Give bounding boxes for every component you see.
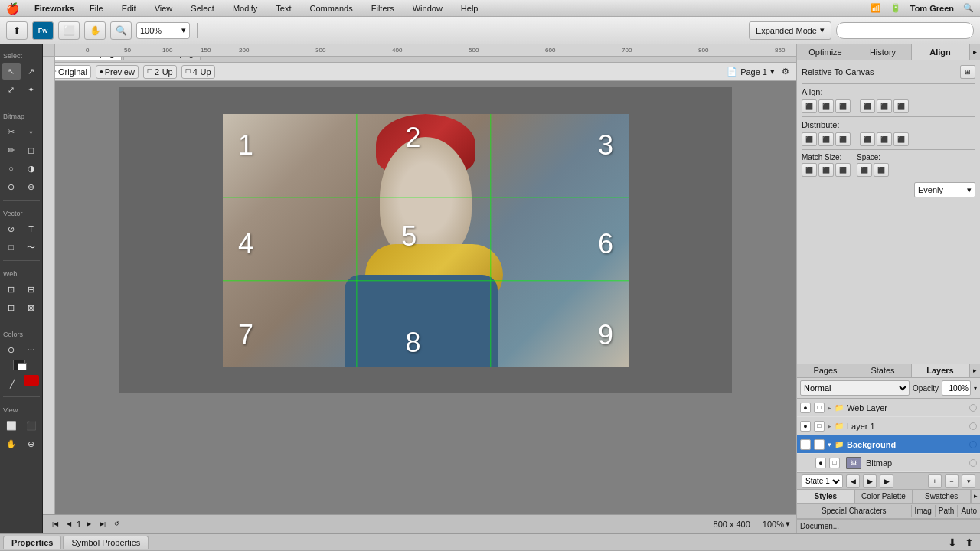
zoom-view-btn[interactable]: ⊕ [22,435,41,452]
first-page-btn[interactable]: |◀ [49,518,61,530]
align-bottom-btn[interactable]: ⬛ [893,99,909,113]
layer-expand-layer1[interactable]: ▸ [828,422,831,430]
transform-tool-btn[interactable]: ✦ [22,81,41,98]
menu-commands[interactable]: Commands [307,4,356,13]
layer-eye-bitmap[interactable]: ● [815,458,826,468]
search-icon[interactable]: 🔍 [963,3,974,13]
tab-history[interactable]: History [854,44,912,60]
expanded-mode-button[interactable]: Expanded Mode ▾ [749,21,831,40]
layer-row-layer1[interactable]: ● □ ▸ 📁 Layer 1 [797,417,980,435]
tab-pages[interactable]: Pages [797,364,854,377]
dist-left-btn[interactable]: ⬛ [802,132,817,146]
align-center-h-btn[interactable]: ⬛ [818,99,834,113]
freeform-btn[interactable]: 〜 [22,239,41,256]
subselect-tool-btn[interactable]: ↗ [22,63,41,80]
special-chars-btn[interactable]: Special Characters [797,505,912,517]
brush-tool-btn[interactable]: ✏ [2,142,21,158]
tab-color-palette[interactable]: Color Palette [855,490,913,503]
state-select[interactable]: State 1 [802,474,843,488]
space-h-btn[interactable]: ⬛ [857,163,872,177]
tab-layers[interactable]: Layers [912,364,969,377]
layer-row-background[interactable]: ● □ ▾ 📁 Background [797,435,980,454]
dist-right-btn[interactable]: ⬛ [835,132,851,146]
align-top-btn[interactable]: ⬛ [860,99,875,113]
layer-eye-background[interactable]: ● [800,439,811,450]
pointer-tool-btn[interactable]: ↖ [2,63,21,80]
space-v-btn[interactable]: ⬛ [874,163,889,177]
menu-view[interactable]: View [152,4,176,13]
hand-view-btn[interactable]: ✋ [2,435,21,452]
menu-edit[interactable]: Edit [119,4,139,13]
apple-menu[interactable]: 🍎 [6,2,19,15]
layer-expand-web[interactable]: ▸ [828,404,831,412]
layer-row-web[interactable]: ● □ ▸ 📁 Web Layer [797,399,980,417]
tab-swatches[interactable]: Swatches [913,490,971,503]
zoom-box[interactable]: 100% ▾ [136,22,190,39]
marquee-tool[interactable]: ⬜ [58,21,80,40]
dist-bottom-btn[interactable]: ⬛ [893,132,909,146]
hand-tool[interactable]: ✋ [84,21,106,40]
tab-optimize[interactable]: Optimize [797,44,854,60]
props-expand-btn[interactable]: ⬆ [962,536,977,549]
state-menu-btn[interactable]: ▾ [962,474,975,488]
menu-window[interactable]: Window [410,4,446,13]
scale-tool-btn[interactable]: ⤢ [2,81,21,98]
evenly-dropdown[interactable]: Evenly ▾ [914,182,975,197]
hide-slices-btn[interactable]: ⊞ [2,299,21,316]
panel-options-btn[interactable]: ▸ [969,44,980,60]
state-play-btn[interactable]: ▶ [863,474,877,488]
layer-lock-bitmap[interactable]: □ [829,458,840,468]
state-prev-btn[interactable]: ◀ [846,474,860,488]
layers-options-btn[interactable]: ▸ [969,364,980,377]
dist-center-h-btn[interactable]: ⬛ [818,132,834,146]
color-swatch-area[interactable] [13,360,30,373]
opacity-input[interactable] [942,380,971,396]
hotspot-tool-btn[interactable]: ⊡ [2,281,21,298]
relative-canvas-btn[interactable]: ⊞ [960,65,975,79]
rubber-stamp-btn[interactable]: ⊕ [2,178,21,195]
menu-help[interactable]: Help [458,4,482,13]
search-input[interactable] [836,22,974,39]
replace-color-btn[interactable]: ⊛ [22,178,41,195]
stroke-color-btn[interactable]: ╱ [4,375,22,392]
align-left-btn[interactable]: ⬛ [802,99,817,113]
layer-eye-layer1[interactable]: ● [800,421,811,432]
layer-lock-background[interactable]: □ [814,439,825,450]
dist-top-btn[interactable]: ⬛ [860,132,875,146]
page-canvas[interactable]: 1 2 3 4 5 6 7 8 9 [119,87,732,393]
dodge-tool-btn[interactable]: ◑ [22,160,41,177]
state-delete-btn[interactable]: − [945,474,959,488]
zoom-status[interactable]: 100% ▾ [763,519,790,529]
text-tool-btn[interactable]: T [22,220,41,237]
rect-tool-btn[interactable]: □ [2,239,21,256]
menu-file[interactable]: File [87,4,106,13]
prev-page-btn[interactable]: ◀ [63,518,75,530]
eyedropper-btn[interactable]: ⊙ [2,341,21,358]
tab-states[interactable]: States [854,364,912,377]
eraser-tool-btn[interactable]: ◻ [22,142,41,158]
blend-mode-select[interactable]: Normal [800,380,910,396]
tab-properties[interactable]: Properties [3,536,61,549]
next-page-btn[interactable]: ▶ [83,518,95,530]
menu-text[interactable]: Text [273,4,294,13]
path-btn[interactable]: Path [936,505,959,517]
align-right-btn[interactable]: ⬛ [835,99,851,113]
state-add-btn[interactable]: + [928,474,942,488]
align-center-v-btn[interactable]: ⬛ [877,99,892,113]
layer-row-bitmap[interactable]: ● □ 🖼 Bitmap [797,454,980,472]
opacity-arrow[interactable]: ▾ [974,385,977,392]
tab-styles[interactable]: Styles [797,490,855,503]
pen-tool-btn[interactable]: ⊘ [2,220,21,237]
standard-screen-btn[interactable]: ⬜ [2,417,21,434]
crop-tool-btn[interactable]: ✂ [2,123,21,140]
tab-align[interactable]: Align [912,44,969,60]
layer-expand-background[interactable]: ▾ [828,441,831,448]
pointer-tool[interactable]: ⬆ [6,21,28,40]
canvas-content[interactable]: 1 2 3 4 5 6 7 8 9 [55,57,796,533]
imag-btn[interactable]: Imag [912,505,936,517]
dist-center-v-btn[interactable]: ⬛ [877,132,892,146]
match-width-btn[interactable]: ⬛ [802,163,817,177]
menu-modify[interactable]: Modify [230,4,260,13]
paint-bucket-btn[interactable]: ⋯ [22,341,41,358]
auto-btn[interactable]: Auto [958,505,980,517]
